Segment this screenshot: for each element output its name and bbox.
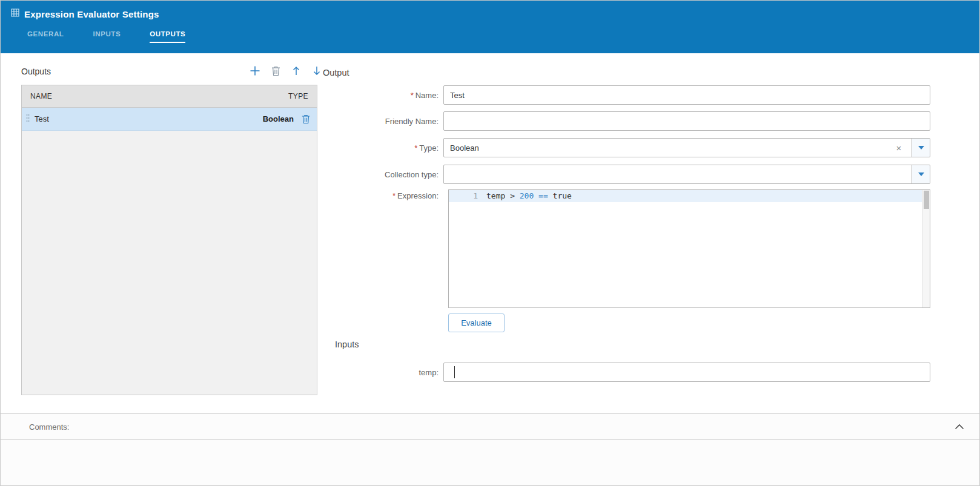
- type-field-label: *Type:: [327, 143, 443, 153]
- collection-type-dropdown-button[interactable]: [912, 165, 930, 183]
- grid-icon: [11, 8, 19, 19]
- comments-label: Comments:: [29, 422, 69, 432]
- move-down-button[interactable]: [310, 64, 323, 77]
- outputs-panel-title: Outputs: [21, 67, 51, 76]
- friendly-name-field-row: Friendly Name:: [327, 111, 930, 131]
- type-select[interactable]: Boolean ×: [443, 138, 930, 157]
- expression-code-editor[interactable]: 1temp > 200 == true: [448, 189, 930, 308]
- name-field-row: *Name:: [327, 85, 930, 105]
- friendly-name-input[interactable]: [443, 111, 930, 131]
- temp-field-row: temp:: [327, 363, 930, 382]
- tab-outputs[interactable]: OUTPUTS: [150, 30, 185, 43]
- window-title: Expression Evaluator Settings: [24, 9, 159, 19]
- tab-inputs[interactable]: INPUTS: [93, 30, 121, 43]
- type-field-row: *Type: Boolean ×: [327, 138, 930, 157]
- code-token: 200: [520, 190, 538, 202]
- outputs-list-header: NAME TYPE: [22, 85, 317, 108]
- output-list-row[interactable]: Test Boolean: [22, 108, 317, 131]
- column-header-type: TYPE: [288, 92, 308, 100]
- chevron-down-icon: [918, 172, 924, 176]
- tab-bar: GENERAL INPUTS OUTPUTS: [27, 30, 185, 43]
- scrollbar-thumb[interactable]: [924, 191, 929, 209]
- outputs-toolbar: [248, 63, 323, 79]
- code-token: ==: [538, 190, 552, 202]
- output-row-type: Boolean: [263, 114, 294, 123]
- code-token: temp: [486, 190, 510, 202]
- expression-field-label: *Expression:: [327, 191, 443, 200]
- clear-icon[interactable]: ×: [892, 139, 906, 157]
- collection-type-select[interactable]: [443, 165, 930, 184]
- temp-input[interactable]: [443, 363, 930, 382]
- row-delete-icon[interactable]: [301, 114, 311, 124]
- collection-type-field-row: Collection type:: [327, 165, 930, 184]
- type-dropdown-button[interactable]: [912, 139, 930, 157]
- temp-field-label: temp:: [327, 368, 443, 377]
- required-marker: *: [392, 191, 396, 200]
- required-marker: *: [411, 91, 414, 100]
- output-section-title: Output: [323, 68, 349, 77]
- chevron-down-icon: [918, 146, 924, 149]
- delete-output-button[interactable]: [269, 64, 282, 77]
- text-cursor: [454, 366, 455, 378]
- tab-general[interactable]: GENERAL: [27, 30, 64, 43]
- editor-scrollbar[interactable]: [922, 190, 930, 307]
- column-header-name: NAME: [30, 92, 52, 100]
- friendly-name-field-label: Friendly Name:: [327, 117, 443, 126]
- collection-type-field-label: Collection type:: [327, 170, 443, 179]
- name-input[interactable]: [443, 85, 930, 105]
- type-select-value: Boolean: [450, 143, 479, 153]
- drag-handle-icon[interactable]: [25, 114, 30, 125]
- name-field-label: *Name:: [327, 91, 443, 100]
- dialog-header: Expression Evaluator Settings GENERAL IN…: [0, 0, 980, 53]
- code-token: >: [510, 190, 520, 202]
- line-number: 1: [449, 190, 486, 202]
- output-row-name: Test: [35, 114, 49, 123]
- outputs-list: NAME TYPE Test Boolean: [21, 85, 317, 395]
- add-output-button[interactable]: [248, 64, 262, 77]
- title-row: Expression Evaluator Settings: [11, 8, 159, 19]
- evaluate-button[interactable]: Evaluate: [448, 314, 505, 332]
- code-line: 1temp > 200 == true: [449, 190, 930, 202]
- inputs-section-title: Inputs: [335, 340, 359, 349]
- code-token: true: [553, 190, 572, 202]
- collapse-comments-button[interactable]: [955, 424, 964, 430]
- dialog-footer: Cancel OK: [0, 440, 980, 486]
- move-up-button[interactable]: [290, 64, 303, 77]
- required-marker: *: [414, 143, 417, 153]
- comments-bar: Comments:: [0, 413, 980, 440]
- expression-evaluator-settings-dialog: { "colors": { "header_bg": "#0d78ba", "a…: [0, 0, 980, 486]
